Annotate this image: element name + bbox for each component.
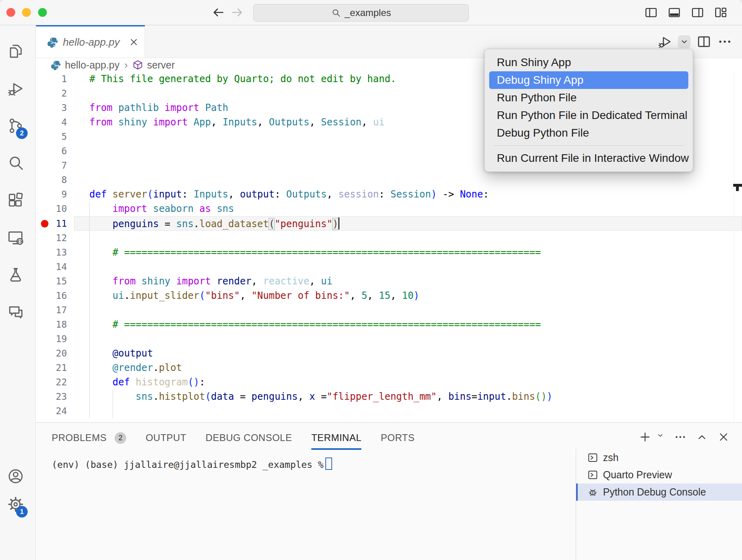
navigate-back-button[interactable] — [212, 6, 225, 19]
panel-tab-problems[interactable]: PROBLEMS2 — [52, 430, 126, 450]
line-number[interactable]: 5 — [36, 131, 67, 142]
close-tab-icon[interactable] — [129, 37, 139, 47]
symbol-module-icon — [133, 60, 143, 70]
line-number[interactable]: 14 — [36, 262, 67, 272]
source-control-badge: 2 — [16, 127, 28, 139]
bottom-panel: PROBLEMS2OUTPUTDEBUG CONSOLETERMINALPORT… — [36, 422, 742, 560]
terminal-dropdown-button[interactable] — [655, 431, 665, 443]
menu-item[interactable]: Run Python File in Dedicated Terminal — [489, 107, 688, 124]
code-text: import seaborn as sns — [89, 203, 234, 214]
menu-item[interactable]: Debug Shiny App — [489, 71, 688, 89]
breadcrumb-symbol[interactable]: server — [147, 59, 175, 71]
code-line: 16 ui.input_slider("bins", "Number of bi… — [36, 288, 742, 303]
close-window-button[interactable] — [6, 8, 15, 17]
line-number[interactable]: 23 — [36, 391, 67, 402]
line-number[interactable]: 24 — [36, 406, 67, 416]
code-text: def histogram(): — [89, 377, 205, 388]
activity-item-remote-explorer[interactable] — [7, 229, 24, 246]
line-number[interactable]: 15 — [36, 276, 67, 286]
line-number[interactable]: 10 — [36, 203, 67, 214]
maximize-panel-button[interactable] — [696, 431, 708, 443]
code-text: ui.input_slider("bins", "Number of bins:… — [89, 290, 419, 301]
menu-item[interactable]: Run Current File in Interactive Window — [489, 149, 688, 167]
menu-item[interactable]: Debug Python File — [489, 124, 688, 142]
activity-item-search[interactable] — [7, 154, 24, 172]
activity-item-comments[interactable] — [7, 303, 24, 321]
code-line: 19 — [36, 332, 742, 346]
split-editor-button[interactable] — [696, 34, 712, 49]
terminal-prompt[interactable]: (env) (base) jjallaire@jjallairesmbp2 _e… — [52, 457, 332, 470]
code-line: 14 — [36, 260, 742, 274]
line-number[interactable]: 13 — [36, 247, 67, 258]
text-cursor — [338, 218, 339, 230]
panel-tab-ports[interactable]: PORTS — [381, 430, 415, 450]
panel-tab-output[interactable]: OUTPUT — [145, 430, 186, 450]
terminal-cursor — [325, 457, 332, 470]
breakpoint-icon[interactable] — [41, 220, 48, 228]
line-number[interactable]: 12 — [36, 233, 67, 243]
line-number[interactable]: 18 — [36, 319, 67, 330]
line-number[interactable]: 22 — [36, 377, 67, 387]
customize-layout-button[interactable] — [714, 6, 728, 19]
menu-item[interactable]: Run Python File — [489, 89, 688, 107]
activity-item-run-and-debug[interactable] — [7, 80, 24, 97]
line-number[interactable]: 21 — [36, 363, 67, 373]
chevron-down-icon — [679, 36, 690, 47]
toggle-panel-button[interactable] — [667, 6, 681, 19]
search-icon — [331, 8, 341, 18]
code-text: penguins = sns.load_dataset("penguins") — [89, 218, 339, 230]
code-line: 12 — [36, 231, 742, 245]
line-number[interactable]: 16 — [36, 290, 67, 301]
line-number[interactable]: 9 — [36, 189, 67, 199]
terminal-list-item[interactable]: Python Debug Console — [576, 483, 742, 501]
activity-item-explorer[interactable] — [7, 42, 24, 60]
command-center-search[interactable]: _examples — [253, 4, 469, 22]
line-number[interactable]: 2 — [36, 88, 67, 99]
tab-label: hello-app.py — [63, 36, 120, 48]
terminal-icon — [587, 452, 598, 463]
code-text: from pathlib import Path — [89, 102, 228, 113]
more-actions-button[interactable] — [674, 431, 687, 443]
menu-item[interactable]: Run Shiny App — [489, 54, 688, 71]
line-number[interactable]: 17 — [36, 305, 67, 315]
activity-item-account[interactable] — [7, 467, 24, 485]
panel-tab-terminal[interactable]: TERMINAL — [311, 430, 361, 450]
more-actions-button[interactable] — [717, 34, 732, 49]
terminal-list-item[interactable]: zsh — [576, 449, 742, 466]
minimize-window-button[interactable] — [22, 8, 31, 17]
code-text: @render.plot — [89, 362, 182, 373]
line-number[interactable]: 7 — [36, 160, 67, 171]
activity-bar: 21 — [0, 25, 36, 560]
line-number[interactable]: 1 — [36, 74, 67, 84]
panel-tab-debug-console[interactable]: DEBUG CONSOLE — [206, 430, 292, 450]
toggle-secondary-sidebar-button[interactable] — [691, 6, 704, 19]
line-number[interactable]: 3 — [36, 103, 67, 113]
code-line: 22 def histogram(): — [36, 375, 742, 389]
code-text: from shiny import render, reactive, ui — [89, 276, 333, 287]
code-line: 15 from shiny import render, reactive, u… — [36, 274, 742, 288]
toggle-primary-sidebar-button[interactable] — [644, 6, 658, 19]
tab-hello-app-py[interactable]: hello-app.py — [36, 25, 145, 58]
line-number[interactable]: 20 — [36, 348, 67, 359]
line-number[interactable]: 8 — [36, 175, 67, 185]
activity-item-testing[interactable] — [7, 266, 24, 284]
new-terminal-button[interactable] — [639, 431, 651, 443]
line-number[interactable]: 6 — [36, 146, 67, 156]
code-text: from shiny import App, Inputs, Outputs, … — [89, 117, 385, 128]
run-options-dropdown-button[interactable] — [678, 35, 691, 48]
line-number[interactable]: 19 — [36, 334, 67, 344]
code-line: 23 sns.histplot(data = penguins, x ="fli… — [36, 389, 742, 404]
zoom-window-button[interactable] — [38, 8, 47, 17]
line-number[interactable]: 11 — [36, 218, 67, 229]
activity-item-extensions[interactable] — [7, 191, 24, 209]
problems-badge: 2 — [115, 432, 126, 444]
breadcrumb-file[interactable]: hello-app.py — [65, 59, 119, 71]
debug-run-button[interactable] — [657, 34, 672, 49]
python-file-icon — [51, 60, 61, 70]
terminal-list-item[interactable]: Quarto Preview — [576, 466, 742, 483]
close-panel-button[interactable] — [717, 431, 730, 443]
navigate-forward-button[interactable] — [230, 6, 244, 19]
code-line: 17 — [36, 303, 742, 317]
code-line: 13 # ===================================… — [36, 245, 742, 260]
line-number[interactable]: 4 — [36, 117, 67, 127]
